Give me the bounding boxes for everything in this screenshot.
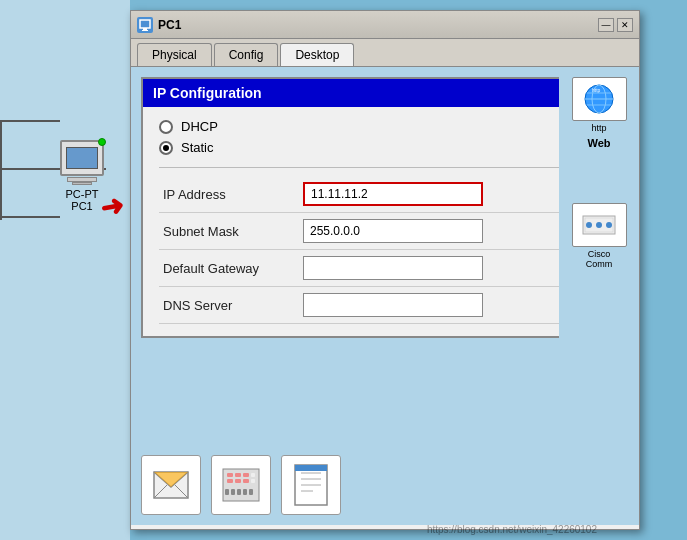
- ip-dialog-body: DHCP Static IP Address: [143, 107, 599, 336]
- ip-address-label: IP Address: [159, 176, 299, 213]
- dhcp-radio[interactable]: [159, 120, 173, 134]
- v-line-left: [0, 120, 2, 220]
- subnet-mask-label: Subnet Mask: [159, 213, 299, 250]
- red-arrow: ➜: [97, 188, 125, 224]
- svg-rect-13: [235, 479, 241, 483]
- email-app-icon[interactable]: [141, 455, 201, 515]
- svg-point-36: [606, 222, 612, 228]
- web-browser-icon-item[interactable]: http http: [567, 77, 632, 133]
- server-app-icon[interactable]: [211, 455, 271, 515]
- svg-rect-14: [243, 479, 249, 483]
- web-text: Web: [587, 137, 610, 149]
- pc-label-2: PC1: [71, 200, 92, 212]
- pc-monitor: [60, 140, 104, 176]
- tab-bar: Physical Config Desktop: [131, 39, 639, 67]
- ip-dialog-title-bar: IP Configuration X: [143, 79, 599, 107]
- svg-rect-17: [231, 489, 235, 495]
- gateway-cell: [299, 250, 583, 287]
- minimize-button[interactable]: —: [598, 18, 614, 32]
- left-background: PC-PT PC1 ➜: [0, 0, 130, 540]
- dns-cell: [299, 287, 583, 324]
- cisco-icon-box: [572, 203, 627, 247]
- dhcp-option[interactable]: DHCP: [159, 119, 583, 134]
- svg-rect-0: [140, 20, 150, 28]
- h-line-top: [0, 120, 60, 122]
- svg-rect-26: [295, 465, 327, 471]
- svg-rect-15: [251, 479, 255, 483]
- svg-point-35: [596, 222, 602, 228]
- right-icon-panel: http http Web: [559, 67, 639, 525]
- static-label: Static: [181, 140, 214, 155]
- svg-rect-8: [227, 473, 233, 477]
- gateway-input[interactable]: [303, 256, 483, 280]
- svg-rect-18: [237, 489, 241, 495]
- pc-title-icon: [137, 17, 153, 33]
- table-row: IP Address: [159, 176, 583, 213]
- svg-rect-1: [143, 28, 147, 30]
- cisco-device-icon: [579, 208, 619, 242]
- window-content: IP Configuration X DHCP Static: [131, 67, 639, 525]
- svg-rect-20: [249, 489, 253, 495]
- tab-physical[interactable]: Physical: [137, 43, 212, 66]
- svg-text:http: http: [592, 87, 601, 93]
- form-separator: [159, 167, 583, 168]
- ip-mode-group: DHCP Static: [159, 119, 583, 155]
- envelope-icon: [153, 471, 189, 499]
- tab-config[interactable]: Config: [214, 43, 279, 66]
- svg-rect-16: [225, 489, 229, 495]
- svg-rect-9: [235, 473, 241, 477]
- http-label: http: [591, 123, 606, 133]
- title-bar: PC1 — ✕: [131, 11, 639, 39]
- static-radio[interactable]: [159, 141, 173, 155]
- static-option[interactable]: Static: [159, 140, 583, 155]
- globe-icon: http: [579, 82, 619, 116]
- dns-input[interactable]: [303, 293, 483, 317]
- table-row: Default Gateway: [159, 250, 583, 287]
- subnet-mask-cell: [299, 213, 583, 250]
- web-label-item: Web: [567, 137, 632, 149]
- notepad-icon: [293, 463, 329, 507]
- ip-address-cell: [299, 176, 583, 213]
- title-bar-left: PC1: [137, 17, 181, 33]
- cisco-icon-item[interactable]: CiscoComm: [567, 203, 632, 269]
- svg-rect-12: [227, 479, 233, 483]
- ip-address-input[interactable]: [303, 182, 483, 206]
- dns-label: DNS Server: [159, 287, 299, 324]
- notepad-app-icon[interactable]: [281, 455, 341, 515]
- table-row: DNS Server: [159, 287, 583, 324]
- svg-rect-11: [251, 473, 255, 477]
- web-browser-icon-box: http: [572, 77, 627, 121]
- svg-point-34: [586, 222, 592, 228]
- pc-stand: [72, 182, 92, 185]
- window-title: PC1: [158, 18, 181, 32]
- svg-rect-10: [243, 473, 249, 477]
- gateway-label: Default Gateway: [159, 250, 299, 287]
- cisco-comm-label: CiscoComm: [586, 249, 613, 269]
- pc-screen: [66, 147, 98, 169]
- pc1-window: PC1 — ✕ Physical Config Desktop IP Confi…: [130, 10, 640, 530]
- pc-icon-area: PC-PT PC1: [60, 140, 104, 212]
- watermark-text: https://blog.csdn.net/weixin_42260102: [427, 524, 597, 535]
- status-dot: [98, 138, 106, 146]
- tab-desktop[interactable]: Desktop: [280, 43, 354, 66]
- svg-rect-2: [142, 30, 148, 31]
- subnet-mask-input[interactable]: [303, 219, 483, 243]
- bottom-icon-bar: [131, 445, 559, 525]
- ip-config-dialog: IP Configuration X DHCP Static: [141, 77, 601, 338]
- close-button[interactable]: ✕: [617, 18, 633, 32]
- server-icon: [219, 467, 263, 503]
- pc-label-1: PC-PT: [66, 188, 99, 200]
- table-row: Subnet Mask: [159, 213, 583, 250]
- h-line-bottom: [0, 216, 60, 218]
- window-controls: — ✕: [598, 18, 633, 32]
- ip-form-table: IP Address Subnet Mask Default Gateway: [159, 176, 583, 324]
- dhcp-label: DHCP: [181, 119, 218, 134]
- svg-rect-19: [243, 489, 247, 495]
- ip-dialog-title-text: IP Configuration: [153, 85, 262, 101]
